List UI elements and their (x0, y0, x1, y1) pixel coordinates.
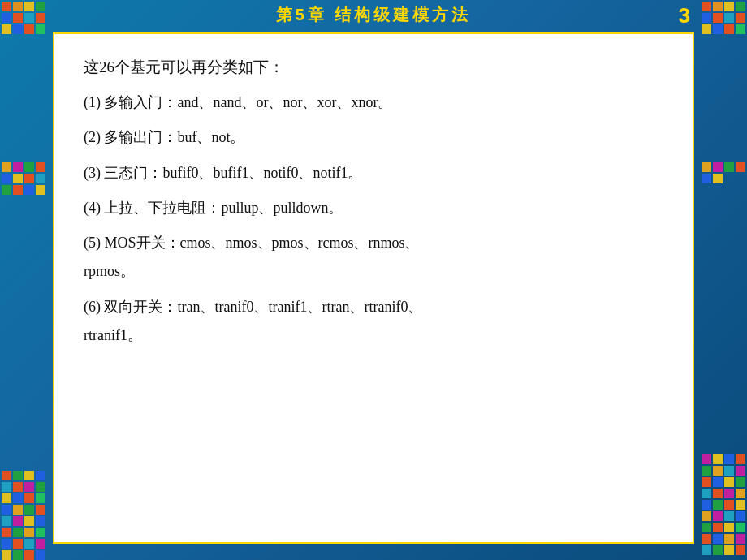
svg-rect-38 (24, 505, 34, 515)
svg-rect-71 (736, 162, 745, 172)
list-item: (5) MOS开关：cmos、nmos、pmos、rcmos、rnmos、 (84, 230, 663, 256)
svg-rect-68 (702, 162, 711, 172)
svg-rect-107 (713, 545, 723, 555)
svg-rect-12 (2, 162, 11, 172)
svg-rect-105 (736, 534, 745, 544)
svg-rect-43 (36, 516, 45, 526)
svg-rect-90 (702, 500, 711, 510)
svg-rect-98 (702, 523, 711, 532)
svg-rect-87 (713, 489, 723, 498)
svg-rect-52 (2, 550, 11, 560)
svg-rect-104 (724, 534, 734, 544)
svg-rect-109 (736, 545, 745, 555)
svg-rect-31 (36, 482, 45, 492)
svg-rect-103 (713, 534, 723, 544)
svg-rect-16 (2, 174, 11, 183)
svg-rect-41 (13, 516, 23, 526)
svg-rect-77 (736, 454, 745, 464)
svg-rect-99 (713, 523, 723, 532)
svg-rect-80 (724, 466, 734, 476)
svg-rect-20 (2, 185, 11, 195)
svg-rect-37 (13, 505, 23, 515)
svg-rect-72 (702, 174, 711, 183)
svg-rect-97 (736, 511, 745, 521)
svg-rect-32 (2, 493, 11, 503)
svg-rect-70 (724, 162, 734, 172)
svg-rect-78 (702, 466, 711, 476)
svg-rect-81 (736, 466, 745, 476)
svg-rect-95 (713, 511, 723, 521)
svg-rect-79 (713, 466, 723, 476)
slide-number: 3 (679, 3, 690, 28)
svg-rect-21 (13, 185, 23, 195)
svg-rect-30 (24, 482, 34, 492)
list-item: (4) 上拉、下拉电阻：pullup、pulldown。 (84, 195, 663, 222)
svg-rect-18 (24, 174, 34, 183)
svg-rect-84 (724, 477, 734, 487)
svg-rect-88 (724, 489, 734, 498)
svg-rect-46 (24, 528, 34, 537)
list-item: (2) 多输出门：buf、not。 (84, 124, 663, 151)
svg-rect-44 (2, 528, 11, 537)
list-item-continuation: rpmos。 (84, 258, 663, 285)
svg-rect-100 (724, 523, 734, 532)
svg-rect-17 (13, 174, 23, 183)
svg-rect-33 (13, 493, 23, 503)
svg-rect-93 (736, 500, 745, 510)
svg-rect-76 (724, 454, 734, 464)
svg-rect-94 (702, 511, 711, 521)
svg-rect-85 (736, 477, 745, 487)
svg-rect-45 (13, 528, 23, 537)
svg-rect-75 (713, 454, 723, 464)
svg-rect-48 (2, 539, 11, 549)
svg-rect-108 (724, 545, 734, 555)
svg-rect-73 (713, 174, 723, 183)
svg-rect-26 (24, 471, 34, 480)
svg-rect-89 (736, 489, 745, 498)
list-item-continuation: rtranif1。 (84, 322, 663, 349)
svg-rect-49 (13, 539, 23, 549)
deco-left (0, 0, 47, 560)
svg-rect-34 (24, 493, 34, 503)
header: 第5章 结构级建模方法 3 (0, 0, 747, 29)
svg-rect-28 (2, 482, 11, 492)
svg-rect-51 (36, 539, 45, 549)
svg-rect-40 (2, 516, 11, 526)
svg-rect-106 (702, 545, 711, 555)
svg-rect-101 (736, 523, 745, 532)
svg-rect-19 (36, 174, 45, 183)
svg-rect-35 (36, 493, 45, 503)
svg-rect-54 (24, 550, 34, 560)
svg-rect-15 (36, 162, 45, 172)
deco-right (700, 0, 747, 560)
svg-rect-50 (24, 539, 34, 549)
svg-rect-36 (2, 505, 11, 515)
svg-rect-86 (702, 489, 711, 498)
list-item: (6) 双向开关：tran、tranif0、tranif1、rtran、rtra… (84, 294, 663, 321)
content-area: 这26个基元可以再分类如下： (1) 多输入门：and、nand、or、nor、… (53, 32, 694, 544)
svg-rect-22 (24, 185, 34, 195)
svg-rect-23 (36, 185, 45, 195)
svg-rect-55 (36, 550, 45, 560)
svg-rect-25 (13, 471, 23, 480)
svg-rect-74 (702, 454, 711, 464)
svg-rect-91 (713, 500, 723, 510)
svg-rect-14 (24, 162, 34, 172)
svg-rect-24 (2, 471, 11, 480)
list-item: (1) 多输入门：and、nand、or、nor、xor、xnor。 (84, 89, 663, 116)
list-item: (3) 三态门：bufif0、bufif1、notif0、notif1。 (84, 160, 663, 187)
svg-rect-13 (13, 162, 23, 172)
svg-rect-83 (713, 477, 723, 487)
svg-rect-82 (702, 477, 711, 487)
svg-rect-47 (36, 528, 45, 537)
svg-rect-29 (13, 482, 23, 492)
svg-rect-42 (24, 516, 34, 526)
svg-rect-39 (36, 505, 45, 515)
svg-rect-69 (713, 162, 723, 172)
svg-rect-27 (36, 471, 45, 480)
intro-text: 这26个基元可以再分类如下： (84, 57, 663, 78)
svg-rect-96 (724, 511, 734, 521)
svg-rect-102 (702, 534, 711, 544)
slide-title: 第5章 结构级建模方法 (276, 4, 472, 26)
svg-rect-53 (13, 550, 23, 560)
